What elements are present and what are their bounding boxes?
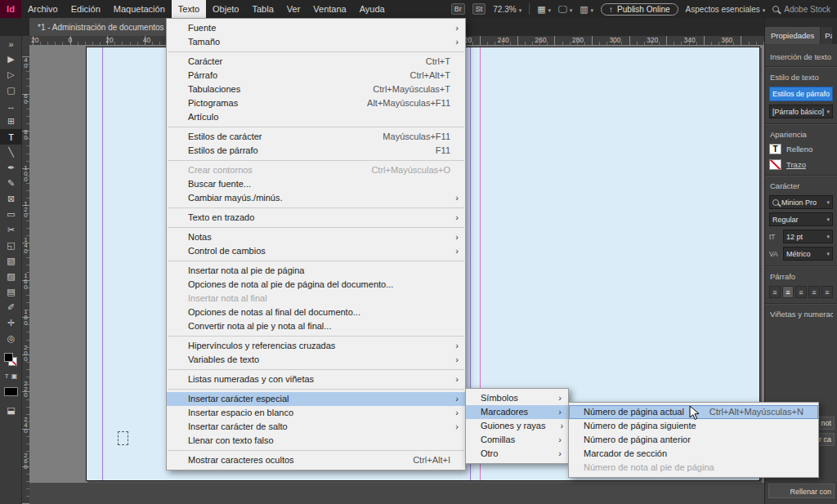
- menu-item[interactable]: Insertar nota al pie de página: [167, 264, 465, 278]
- menubar-item[interactable]: Tabla: [245, 0, 280, 18]
- hand-tool[interactable]: ✛: [0, 315, 22, 331]
- align-center-button[interactable]: ≡: [782, 286, 794, 298]
- screen-mode-icon[interactable]: ⬓: [0, 405, 22, 416]
- menu-item[interactable]: Símbolos: [466, 391, 568, 405]
- fill-stroke-swatches[interactable]: [4, 353, 18, 367]
- fill-row[interactable]: T Relleno: [769, 144, 833, 154]
- free-transform-tool[interactable]: ◱: [0, 238, 22, 253]
- menu-item[interactable]: Otro: [466, 447, 568, 461]
- menu-item[interactable]: Tabulaciones Ctrl+Mayúsculas+T: [167, 83, 465, 96]
- menu-item[interactable]: Opciones de nota al pie de página del do…: [167, 278, 465, 292]
- menu-item[interactable]: Número de página anterior: [569, 433, 818, 447]
- menubar-item[interactable]: Ver: [280, 0, 307, 18]
- menu-item[interactable]: Notas: [167, 230, 465, 244]
- menu-item[interactable]: Control de cambios: [167, 244, 465, 258]
- justify-left-button[interactable]: ≡: [808, 286, 820, 298]
- menu-item[interactable]: Insertar carácter de salto: [167, 420, 465, 434]
- menu-item[interactable]: Cambiar mayús./minús.: [167, 191, 465, 205]
- adobe-stock-search[interactable]: Adobe Stock: [772, 5, 830, 14]
- menubar-item[interactable]: Ayuda: [353, 0, 392, 18]
- text-insertion-frame[interactable]: [118, 431, 128, 445]
- menu-item[interactable]: Guiones y rayas: [466, 419, 568, 433]
- document-tab[interactable]: *1 - Administración de documentos: [29, 18, 173, 36]
- menubar-item[interactable]: Ventana: [307, 0, 352, 18]
- content-collector-tool[interactable]: ⊞: [0, 114, 22, 129]
- menu-item[interactable]: Llenar con texto falso: [167, 434, 465, 448]
- stroke-row[interactable]: Trazo: [769, 159, 833, 170]
- margin-guide[interactable]: [102, 47, 103, 480]
- menu-item[interactable]: Artículo: [167, 110, 465, 124]
- paragraph-styles-button[interactable]: Estilos de párrafo: [769, 87, 833, 101]
- menubar-item[interactable]: Maquetación: [107, 0, 172, 18]
- align-left-button[interactable]: ≡: [769, 286, 781, 298]
- tab-paginas[interactable]: Pá: [821, 27, 832, 44]
- zoom-level-dropdown[interactable]: 72.3%▾: [493, 5, 521, 14]
- menubar-item[interactable]: Archivo: [21, 0, 65, 18]
- justify-all-button[interactable]: ≡: [821, 286, 833, 298]
- leading-select[interactable]: Métrico ▾: [783, 247, 833, 261]
- scissors-tool[interactable]: ✂: [0, 222, 22, 238]
- menu-item[interactable]: Número de nota al pie de página: [569, 461, 818, 475]
- gap-tool[interactable]: ↔: [0, 98, 22, 114]
- menu-item[interactable]: Carácter Ctrl+T: [167, 55, 465, 69]
- menubar-item[interactable]: Objeto: [206, 0, 245, 18]
- publish-online-button[interactable]: ↑ Publish Online: [601, 3, 678, 16]
- menu-item[interactable]: Convertir nota al pie y nota al final...: [167, 319, 465, 333]
- menubar-item[interactable]: Edición: [65, 0, 107, 18]
- menu-item[interactable]: Texto en trazado: [167, 211, 465, 225]
- menu-item[interactable]: Párrafo Ctrl+Alt+T: [167, 69, 465, 83]
- view-options-dropdown[interactable]: ▦▾: [537, 4, 551, 15]
- menu-item[interactable]: Crear contornos Ctrl+Mayúsculas+O: [167, 163, 465, 177]
- screen-mode-dropdown[interactable]: 🖵▾: [558, 4, 572, 15]
- type-tool[interactable]: T: [0, 129, 22, 145]
- menu-item[interactable]: Buscar fuente...: [167, 177, 465, 191]
- menu-item[interactable]: Hipervínculos y referencias cruzadas: [167, 339, 465, 353]
- formatting-affects-text-icon[interactable]: T: [5, 372, 9, 380]
- menu-item[interactable]: Insertar nota al final: [167, 292, 465, 306]
- align-right-button[interactable]: ≡: [795, 286, 807, 298]
- pencil-tool[interactable]: ✎: [0, 176, 22, 191]
- stock-badge[interactable]: St: [472, 3, 486, 15]
- menu-item[interactable]: Opciones de notas al final del documento…: [167, 306, 465, 319]
- workspace-switcher[interactable]: Aspectos esenciales▾: [686, 5, 766, 14]
- apply-color-button[interactable]: [4, 387, 18, 396]
- ruler-origin-box[interactable]: [22, 36, 29, 45]
- menubar-item[interactable]: Texto: [172, 0, 206, 18]
- gradient-feather-tool[interactable]: ▨: [0, 269, 22, 284]
- eyedropper-tool[interactable]: ✐: [0, 300, 22, 315]
- menu-item[interactable]: Tamaño: [167, 35, 465, 49]
- menu-item[interactable]: Comillas: [466, 433, 568, 447]
- direct-selection-tool[interactable]: ▷: [0, 67, 22, 83]
- font-style-select[interactable]: Regular ▾: [769, 212, 833, 226]
- bridge-badge[interactable]: Br: [451, 3, 465, 15]
- menu-item[interactable]: Mostrar caracteres ocultos Ctrl+Alt+I: [167, 453, 465, 467]
- pen-tool[interactable]: ✒: [0, 160, 22, 176]
- fill-color-icon[interactable]: T: [769, 144, 781, 154]
- rectangle-tool[interactable]: ▭: [0, 207, 22, 222]
- menu-item[interactable]: Número de página siguiente: [569, 419, 818, 433]
- arrange-documents-dropdown[interactable]: ▥▾: [580, 4, 593, 15]
- selection-tool[interactable]: ▶: [0, 51, 22, 67]
- menu-item[interactable]: Listas numeradas y con viñetas: [167, 372, 465, 386]
- formatting-affects-container-icon[interactable]: ▣: [11, 372, 18, 380]
- paragraph-style-select[interactable]: [Párrafo básico] ▾: [769, 105, 833, 118]
- menu-item[interactable]: Marcador de sección: [569, 447, 818, 461]
- rectangle-frame-tool[interactable]: ⊠: [0, 191, 22, 207]
- fill-swatch[interactable]: [4, 353, 13, 362]
- vertical-ruler[interactable]: 406080100120140160180200220240260: [22, 45, 29, 504]
- font-family-select[interactable]: Minion Pro ▾: [769, 195, 833, 209]
- note-tool[interactable]: ▤: [0, 284, 22, 300]
- menu-item[interactable]: Estilos de carácter Mayúsculas+F11: [167, 130, 465, 144]
- menu-item[interactable]: Pictogramas Alt+Mayúsculas+F11: [167, 96, 465, 110]
- zoom-tool[interactable]: ◎: [0, 331, 22, 346]
- menu-item[interactable]: Marcadores: [466, 405, 568, 419]
- expand-tools-icon[interactable]: »: [0, 36, 22, 51]
- page-tool[interactable]: ▢: [0, 83, 22, 98]
- menu-item[interactable]: Fuente: [167, 21, 465, 35]
- menu-item[interactable]: Estilos de párrafo F11: [167, 144, 465, 158]
- gradient-swatch-tool[interactable]: ▧: [0, 253, 22, 269]
- menu-item[interactable]: Insertar carácter especial: [167, 392, 465, 406]
- menu-item[interactable]: Insertar espacio en blanco: [167, 406, 465, 420]
- line-tool[interactable]: ╲: [0, 145, 22, 160]
- font-size-stepper[interactable]: 12 pt ▾: [783, 230, 833, 243]
